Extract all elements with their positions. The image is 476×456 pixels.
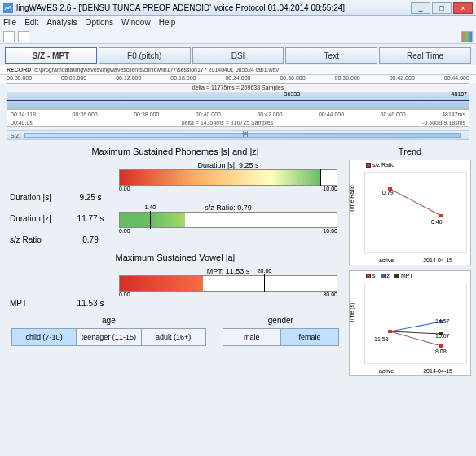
data-label: 11.53 xyxy=(374,336,389,342)
ratio-val: 0.79 xyxy=(70,235,111,244)
menu-analysis[interactable]: Analysis xyxy=(46,18,77,27)
svg-rect-10 xyxy=(439,344,443,348)
xtick: 2014-04-15 xyxy=(423,368,452,374)
gender-male[interactable]: male xyxy=(223,329,281,345)
gender-female[interactable]: female xyxy=(281,329,338,345)
y-axis-label: Time (s) xyxy=(349,303,355,323)
tabbar: S/Z - MPT F0 (pitch) DSI Text Real Time xyxy=(5,47,471,64)
menu-window[interactable]: Window xyxy=(121,18,151,27)
tick: 00:00.000 xyxy=(7,75,32,83)
record-bar: RECORD c:\programdata\lingwaves\lingwave… xyxy=(0,65,476,75)
gender-title: gender xyxy=(223,316,339,325)
dur-s-label: Duration |s| xyxy=(5,193,70,202)
menubar: File Edit Analysis Options Window Help xyxy=(0,16,476,29)
labels-track[interactable]: 00:34:118 00:36.000 00:38.000 00:40.000 … xyxy=(7,109,469,127)
legend-item: MPT xyxy=(401,273,413,278)
tick: 00:34:118 xyxy=(11,112,36,117)
data-label: 14.57 xyxy=(435,318,450,324)
tick: 00:12.000 xyxy=(116,75,141,83)
sz-scrollbar[interactable]: S/Z |z| xyxy=(7,130,469,140)
tick: 00:36.000 xyxy=(335,75,360,83)
chart-icon[interactable] xyxy=(461,31,473,42)
trend-title: Trend xyxy=(349,147,471,156)
tick: 00:44.000 xyxy=(319,112,344,117)
gauge1-title: Duration |s|: 9.25 s xyxy=(111,161,346,169)
tick: 00:36.000 xyxy=(73,112,98,117)
xtick: active xyxy=(379,368,394,374)
legend-item: z xyxy=(387,273,390,278)
maximize-button[interactable]: □ xyxy=(432,2,452,14)
mark-label: 1.40 xyxy=(144,204,156,210)
tick: 00:30.000 xyxy=(280,75,305,83)
toolbar-icon-2[interactable] xyxy=(18,31,29,42)
tick: 00:18.000 xyxy=(170,75,196,83)
sel-end: 48107 xyxy=(452,91,467,97)
gauge-mpt-title: MPT: 11.53 s xyxy=(111,267,346,275)
age-child[interactable]: child (7-10) xyxy=(12,329,77,345)
delta-readout-top: delta = 11775ms = 259638 Samples xyxy=(7,84,469,92)
gender-group: male female xyxy=(223,328,339,346)
toolbar-icon-1[interactable] xyxy=(3,31,15,42)
gauge-duration-s xyxy=(119,169,337,186)
sz-mid: |z| xyxy=(242,130,248,136)
data-label: 10.67 xyxy=(435,333,450,339)
svg-rect-4 xyxy=(439,214,443,217)
scale: 30.00 xyxy=(323,292,337,297)
scale: 0.00 xyxy=(119,292,130,297)
close-button[interactable]: × xyxy=(453,2,473,14)
tick: 00:40.0s xyxy=(11,120,33,125)
tab-sz-mpt[interactable]: S/Z - MPT xyxy=(5,47,97,64)
minimize-button[interactable]: _ xyxy=(411,2,430,14)
legend-item: s xyxy=(372,273,376,278)
trend-chart-time: s z MPT Time (s) 11.53 8.08 14.57 10.67 … xyxy=(349,270,471,376)
tick: 48147ms xyxy=(442,112,465,117)
menu-edit[interactable]: Edit xyxy=(24,18,38,27)
tick: 00:38.000 xyxy=(134,112,159,117)
scale: 10.00 xyxy=(323,228,337,234)
tab-f0[interactable]: F0 (pitch) xyxy=(99,47,191,64)
data-label: 0.46 xyxy=(431,219,443,225)
tick: -0.50dB 9.18sms xyxy=(422,120,465,125)
ratio-label: s/z Ratio xyxy=(5,235,70,244)
age-teen[interactable]: teenager (11-15) xyxy=(77,329,141,345)
svg-rect-9 xyxy=(388,330,392,333)
svg-rect-1 xyxy=(364,172,467,253)
tab-realtime[interactable]: Real Time xyxy=(379,47,471,64)
tick: 00:06.000 xyxy=(61,75,86,83)
menu-help[interactable]: Help xyxy=(159,18,176,27)
record-label: RECORD xyxy=(7,67,31,72)
time-ruler-top: 00:00.000 00:06.000 00:12.000 00:18.000 … xyxy=(0,75,476,83)
record-path: c:\programdata\lingwaves\lingwavesclient… xyxy=(34,67,279,72)
waveform-overview[interactable]: delta = 11775ms = 259638 Samples 36333 4… xyxy=(7,83,469,109)
menu-options[interactable]: Options xyxy=(86,18,113,27)
xtick: 2014-04-15 xyxy=(423,257,452,263)
sz-label: S/Z xyxy=(11,133,20,138)
dur-z-label: Duration |z| xyxy=(5,214,70,223)
window-title: lingWAVES 2.6 - ['BENSU TUNCA PREOP ADEN… xyxy=(16,3,411,12)
age-group: child (7-10) teenager (11-15) adult (16+… xyxy=(11,328,206,346)
age-adult[interactable]: adult (16+) xyxy=(142,329,205,345)
xtick: active xyxy=(379,257,394,263)
tick: 00:42.000 xyxy=(390,75,415,83)
tick: 00:42.000 xyxy=(257,112,282,117)
tick: 00:46.000 xyxy=(381,112,406,117)
dur-s-val: 9.25 s xyxy=(70,193,111,202)
mpt-val: 11.53 s xyxy=(70,299,111,308)
data-label: 0.79 xyxy=(382,190,394,195)
tick: 00:40.000 xyxy=(196,112,221,117)
age-title: age xyxy=(11,316,206,325)
sel-start: 36333 xyxy=(284,91,300,97)
y-axis-label: Time Ratio xyxy=(349,185,355,213)
sz-scroll-track[interactable]: |z| xyxy=(24,133,461,138)
tab-text[interactable]: Text xyxy=(285,47,377,64)
toolbar xyxy=(0,29,476,44)
tab-dsi[interactable]: DSI xyxy=(192,47,284,64)
audio-track[interactable]: 36333 48107 xyxy=(7,92,469,108)
menu-file[interactable]: File xyxy=(3,18,16,27)
data-label: 8.08 xyxy=(435,349,447,354)
svg-rect-5 xyxy=(364,283,467,364)
gauge-sz-ratio: 1.40 xyxy=(119,212,337,228)
legend-item: s/z Ratio xyxy=(372,162,394,168)
scale: 0.00 xyxy=(119,228,130,234)
mpt-label: MPT xyxy=(5,299,70,308)
